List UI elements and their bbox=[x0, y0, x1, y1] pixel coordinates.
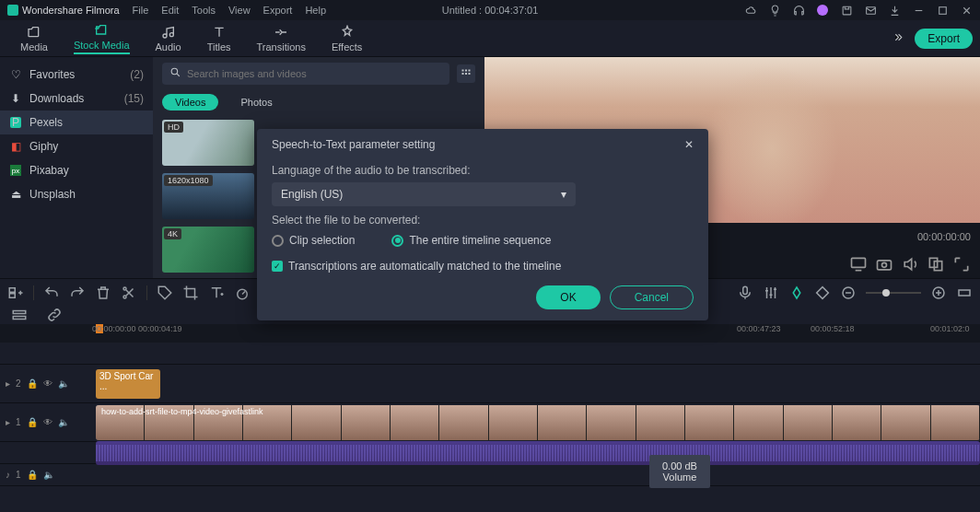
undo-icon[interactable] bbox=[43, 285, 60, 301]
tab-titles[interactable]: Titles bbox=[207, 25, 231, 52]
close-icon[interactable] bbox=[960, 4, 973, 17]
volume-icon[interactable] bbox=[901, 255, 919, 273]
crop-icon[interactable] bbox=[182, 285, 199, 301]
track-v2[interactable]: ▸2🔒👁🔈 3D Sport Car ... bbox=[0, 365, 980, 403]
expand-icon[interactable] bbox=[952, 255, 971, 273]
chevron-down-icon: ▾ bbox=[561, 188, 566, 201]
tab-transitions[interactable]: Transitions bbox=[257, 25, 306, 52]
stock-thumb-2[interactable]: 1620x1080 bbox=[162, 173, 254, 219]
lock-icon[interactable]: 🔒 bbox=[27, 378, 38, 389]
sidebar-item-giphy[interactable]: ◧Giphy bbox=[0, 134, 153, 158]
menu-tools[interactable]: Tools bbox=[192, 5, 216, 16]
delete-icon[interactable] bbox=[95, 285, 111, 301]
menu-export[interactable]: Export bbox=[263, 5, 293, 16]
svg-point-12 bbox=[882, 262, 887, 267]
mute-icon[interactable]: 🔈 bbox=[43, 470, 54, 480]
ok-button[interactable]: OK bbox=[536, 285, 600, 309]
snapshot-icon[interactable] bbox=[875, 255, 893, 273]
speed-icon[interactable] bbox=[234, 285, 251, 301]
video-track-icon: ▸ bbox=[6, 417, 10, 427]
lock-icon[interactable]: 🔒 bbox=[27, 417, 38, 427]
text-icon[interactable] bbox=[208, 285, 225, 301]
stock-thumb-1[interactable]: HD bbox=[162, 120, 254, 166]
export-button[interactable]: Export bbox=[915, 29, 973, 49]
grid-view-icon[interactable] bbox=[457, 64, 475, 83]
clip-audio[interactable] bbox=[96, 441, 980, 465]
minimize-icon[interactable] bbox=[912, 4, 925, 17]
track-spacer bbox=[0, 343, 980, 365]
pixabay-icon: px bbox=[9, 164, 22, 177]
menu-view[interactable]: View bbox=[228, 5, 251, 16]
link-icon[interactable] bbox=[46, 307, 63, 323]
account-icon[interactable] bbox=[816, 4, 829, 17]
clip-main-video[interactable]: how-to-add-srt-file-to-mp4-video-givefas… bbox=[96, 405, 980, 440]
menu-help[interactable]: Help bbox=[305, 5, 326, 16]
stock-sidebar: ♡Favorites(2) ⬇Downloads(15) PPexels ◧Gi… bbox=[0, 57, 153, 278]
menu-file[interactable]: File bbox=[133, 5, 149, 16]
lightbulb-icon[interactable] bbox=[768, 4, 781, 17]
track-v1[interactable]: ▸1🔒👁🔈 how-to-add-srt-file-to-mp4-video-g… bbox=[0, 403, 980, 442]
file-label: Select the file to be converted: bbox=[272, 214, 694, 227]
top-tabs: Media Stock Media Audio Titles Transitio… bbox=[0, 20, 980, 57]
copy-icon[interactable] bbox=[927, 255, 945, 273]
headphones-icon[interactable] bbox=[792, 4, 805, 17]
track-a-wave[interactable] bbox=[0, 442, 980, 464]
filmora-logo-icon bbox=[7, 5, 18, 16]
radio-entire-timeline[interactable]: The entire timeline sequence bbox=[391, 234, 551, 247]
search-input[interactable] bbox=[187, 68, 442, 79]
modal-close-icon[interactable]: ✕ bbox=[684, 138, 694, 151]
download-icon[interactable] bbox=[888, 4, 901, 17]
timeline-view-icon[interactable] bbox=[11, 307, 28, 323]
more-tabs-icon[interactable] bbox=[892, 31, 904, 46]
time-ruler[interactable]: 00:00:00:00 00:00:04:19 00:00:47:23 00:0… bbox=[0, 324, 980, 343]
sidebar-item-downloads[interactable]: ⬇Downloads(15) bbox=[0, 87, 153, 111]
save-icon[interactable] bbox=[840, 4, 853, 17]
redo-icon[interactable] bbox=[69, 285, 86, 301]
cloud-icon[interactable] bbox=[744, 4, 757, 17]
split-icon[interactable] bbox=[121, 285, 137, 301]
sidebar-item-pexels[interactable]: PPexels bbox=[0, 111, 153, 134]
pill-videos[interactable]: Videos bbox=[162, 94, 218, 111]
giphy-icon: ◧ bbox=[9, 140, 22, 153]
zoom-in-icon[interactable] bbox=[930, 285, 947, 301]
svg-rect-9 bbox=[469, 73, 471, 75]
keyframe-icon[interactable] bbox=[814, 285, 831, 301]
mute-icon[interactable]: 🔈 bbox=[58, 417, 69, 427]
sidebar-item-pixabay[interactable]: pxPixabay bbox=[0, 158, 153, 182]
tab-effects[interactable]: Effects bbox=[332, 25, 362, 52]
lang-select[interactable]: English (US) ▾ bbox=[272, 182, 576, 206]
menu-edit[interactable]: Edit bbox=[161, 5, 179, 16]
add-track-icon[interactable] bbox=[7, 285, 24, 301]
zoom-slider[interactable] bbox=[866, 292, 921, 294]
track-a1[interactable]: ♪1🔒🔈 bbox=[0, 464, 980, 486]
menu-bar: File Edit Tools View Export Help bbox=[133, 5, 326, 16]
sidebar-item-favorites[interactable]: ♡Favorites(2) bbox=[0, 63, 153, 87]
label-icon[interactable] bbox=[157, 285, 173, 301]
mic-icon[interactable] bbox=[737, 285, 753, 301]
marker-icon[interactable] bbox=[788, 285, 805, 301]
zoom-fit-icon[interactable] bbox=[956, 285, 973, 301]
search-icon bbox=[169, 66, 181, 81]
maximize-icon[interactable] bbox=[936, 4, 949, 17]
pill-photos[interactable]: Photos bbox=[228, 94, 285, 111]
radio-clip-selection[interactable]: Clip selection bbox=[272, 234, 355, 247]
tab-stock-media[interactable]: Stock Media bbox=[74, 23, 130, 54]
stock-thumb-3[interactable]: 4K bbox=[162, 227, 254, 273]
preview-time: 00:00:00:00 bbox=[917, 231, 971, 242]
eye-icon[interactable]: 👁 bbox=[43, 417, 52, 427]
mail-icon[interactable] bbox=[864, 4, 877, 17]
auto-match-checkbox[interactable]: ✓ Transcriptions are automatically match… bbox=[272, 260, 694, 273]
cancel-button[interactable]: Cancel bbox=[610, 285, 694, 309]
eye-icon[interactable]: 👁 bbox=[43, 378, 52, 389]
search-input-box[interactable] bbox=[162, 63, 449, 85]
sidebar-item-unsplash[interactable]: ⏏Unsplash bbox=[0, 182, 153, 206]
zoom-out-icon[interactable] bbox=[840, 285, 857, 301]
screen-icon[interactable] bbox=[849, 255, 868, 273]
lock-icon[interactable]: 🔒 bbox=[27, 470, 38, 480]
svg-rect-6 bbox=[469, 70, 471, 72]
tab-audio[interactable]: Audio bbox=[156, 25, 181, 52]
tab-media[interactable]: Media bbox=[20, 25, 48, 52]
mixer-icon[interactable] bbox=[763, 285, 779, 301]
mute-icon[interactable]: 🔈 bbox=[58, 378, 69, 389]
clip-3d-sport-car[interactable]: 3D Sport Car ... bbox=[96, 369, 160, 399]
